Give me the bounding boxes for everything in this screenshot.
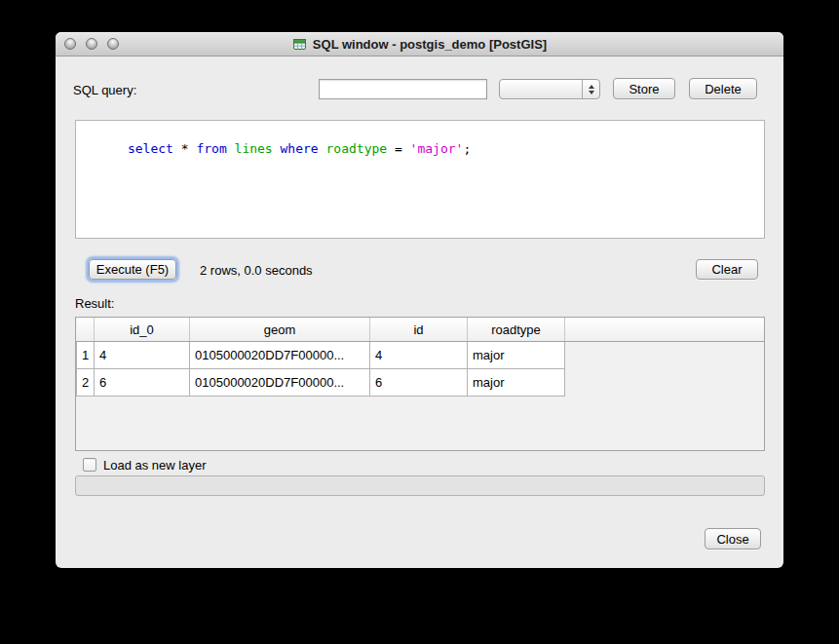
table-row[interactable]: 1 4 0105000020DD7F00000... 4 major	[77, 342, 765, 369]
sql-window: SQL window - postgis_demo [PostGIS] SQL …	[56, 32, 783, 568]
table-cell-id[interactable]: 4	[370, 342, 468, 369]
table-cell-geom[interactable]: 0105000020DD7F00000...	[190, 369, 370, 397]
column-header-geom[interactable]: geom	[190, 318, 370, 342]
sql-token: roadtype	[326, 141, 388, 156]
sql-token: *	[173, 141, 196, 156]
window-title-group: SQL window - postgis_demo [PostGIS]	[292, 37, 547, 52]
close-window-button[interactable]	[64, 38, 76, 50]
query-status-text: 2 rows, 0.0 seconds	[200, 263, 313, 279]
desktop-background: SQL window - postgis_demo [PostGIS] SQL …	[0, 0, 839, 644]
close-button[interactable]: Close	[705, 528, 761, 549]
sql-token: select	[128, 141, 173, 156]
clear-button[interactable]: Clear	[696, 259, 758, 280]
column-header-rownum[interactable]	[77, 318, 95, 342]
store-button[interactable]: Store	[613, 78, 675, 99]
sql-token: where	[281, 141, 319, 156]
title-bar[interactable]: SQL window - postgis_demo [PostGIS]	[56, 32, 783, 57]
result-table: id_0 geom id roadtype 1 4 0105000020DD7F…	[75, 317, 765, 451]
sql-query-label: SQL query:	[73, 83, 136, 98]
stored-query-combo[interactable]	[499, 79, 600, 99]
sql-token	[227, 141, 235, 156]
table-header-row: id_0 geom id roadtype	[77, 318, 765, 342]
table-blank-cell	[565, 342, 765, 369]
sql-token: from	[196, 141, 226, 156]
delete-button[interactable]: Delete	[689, 78, 757, 99]
table-row[interactable]: 2 6 0105000020DD7F00000... 6 major	[77, 369, 765, 397]
load-layer-checkbox[interactable]	[83, 458, 96, 472]
sql-editor[interactable]: select * from lines where roadtype = 'ma…	[75, 120, 765, 239]
column-header-id[interactable]: id	[370, 318, 468, 342]
combo-stepper-icon	[582, 80, 599, 98]
sql-token	[319, 141, 326, 156]
table-cell-geom[interactable]: 0105000020DD7F00000...	[190, 342, 370, 369]
table-blank-cell	[565, 369, 765, 397]
table-cell-id_0[interactable]: 4	[95, 342, 190, 369]
sql-window-icon	[292, 37, 307, 52]
sql-token: =	[387, 141, 409, 156]
sql-token: 'major'	[410, 141, 464, 156]
result-label: Result:	[75, 296, 114, 312]
table-cell-id_0[interactable]: 6	[95, 369, 190, 397]
sql-token: lines	[235, 141, 273, 156]
zoom-window-button[interactable]	[107, 38, 119, 50]
column-header-roadtype[interactable]: roadtype	[468, 318, 565, 342]
execute-button[interactable]: Execute (F5)	[89, 259, 176, 280]
query-name-input[interactable]	[319, 79, 487, 99]
table-cell-roadtype[interactable]: major	[468, 342, 565, 369]
column-header-filler	[565, 318, 765, 342]
window-title: SQL window - postgis_demo [PostGIS]	[313, 37, 547, 52]
minimize-window-button[interactable]	[86, 38, 97, 50]
sql-token	[273, 141, 281, 156]
row-number-cell[interactable]: 1	[77, 342, 95, 369]
table-cell-id[interactable]: 6	[370, 369, 468, 397]
window-controls	[64, 38, 119, 50]
table-cell-roadtype[interactable]: major	[468, 369, 565, 397]
layer-name-input	[75, 475, 765, 496]
sql-token: ;	[463, 141, 471, 156]
load-layer-label[interactable]: Load as new layer	[103, 458, 207, 474]
row-number-cell[interactable]: 2	[77, 369, 95, 397]
column-header-id_0[interactable]: id_0	[95, 318, 190, 342]
